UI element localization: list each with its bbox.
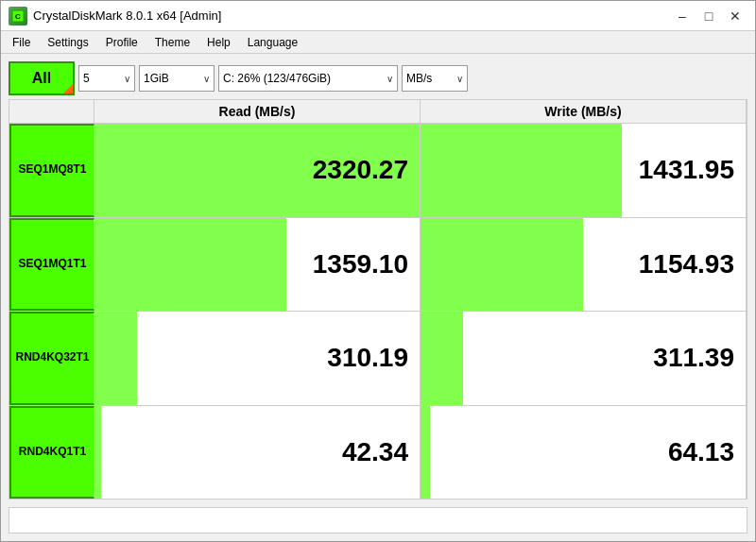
menu-help[interactable]: Help — [199, 34, 238, 51]
all-button[interactable]: All — [9, 61, 75, 95]
row-label-1: SEQ1M Q1T1 — [9, 218, 94, 312]
write-header: Write (MB/s) — [421, 100, 747, 123]
menu-bar: File Settings Profile Theme Help Languag… — [1, 31, 755, 54]
maximize-button[interactable]: □ — [696, 6, 721, 26]
write-cell-1: 1154.93 — [421, 218, 747, 312]
app-icon: C — [9, 7, 27, 25]
unit-dropdown[interactable]: MB/s ∨ — [402, 65, 468, 92]
read-cell-2: 310.19 — [94, 312, 421, 405]
menu-settings[interactable]: Settings — [40, 34, 95, 51]
menu-theme[interactable]: Theme — [147, 34, 198, 51]
svg-text:C: C — [15, 12, 21, 21]
runs-value: 5 — [83, 72, 90, 85]
read-value-0: 2320.27 — [313, 155, 408, 185]
main-window: C CrystalDiskMark 8.0.1 x64 [Admin] – □ … — [0, 0, 756, 542]
write-value-0: 1431.95 — [639, 155, 734, 185]
write-cell-0: 1431.95 — [421, 124, 747, 217]
write-bar-3 — [421, 406, 430, 500]
controls-row: All 5 ∨ 1GiB ∨ C: 26% (123/476GiB) ∨ MB/… — [9, 61, 747, 95]
read-cell-0: 2320.27 — [94, 124, 421, 217]
read-bar-1 — [94, 218, 286, 312]
table-row: SEQ1M Q1T1 1359.10 1154.93 — [9, 218, 747, 313]
runs-dropdown[interactable]: 5 ∨ — [78, 65, 135, 92]
title-bar: C CrystalDiskMark 8.0.1 x64 [Admin] – □ … — [1, 1, 755, 31]
runs-arrow: ∨ — [124, 74, 130, 84]
main-content: All 5 ∨ 1GiB ∨ C: 26% (123/476GiB) ∨ MB/… — [1, 54, 755, 541]
read-cell-3: 42.34 — [94, 406, 421, 500]
read-value-1: 1359.10 — [313, 249, 408, 279]
window-title: CrystalDiskMark 8.0.1 x64 [Admin] — [33, 8, 221, 23]
read-value-3: 42.34 — [342, 437, 408, 467]
menu-profile[interactable]: Profile — [98, 34, 146, 51]
read-bar-3 — [94, 406, 101, 500]
close-button[interactable]: ✕ — [723, 6, 747, 26]
write-bar-1 — [421, 218, 583, 312]
row-label-3: RND4K Q1T1 — [9, 406, 94, 500]
write-value-2: 311.39 — [653, 343, 734, 373]
write-cell-3: 64.13 — [421, 406, 747, 500]
write-cell-2: 311.39 — [421, 312, 747, 405]
write-bar-2 — [421, 312, 463, 405]
write-bar-0 — [421, 124, 622, 217]
size-dropdown[interactable]: 1GiB ∨ — [139, 65, 215, 92]
size-value: 1GiB — [144, 72, 169, 85]
row-label-2: RND4K Q32T1 — [9, 312, 94, 405]
row-label-0: SEQ1M Q8T1 — [9, 124, 94, 217]
drive-value: C: 26% (123/476GiB) — [223, 72, 331, 85]
read-bar-2 — [94, 312, 137, 405]
drive-arrow: ∨ — [387, 74, 393, 84]
minimize-button[interactable]: – — [670, 6, 695, 26]
write-value-1: 1154.93 — [639, 249, 734, 279]
size-arrow: ∨ — [203, 74, 210, 84]
table-header: Read (MB/s) Write (MB/s) — [9, 100, 747, 124]
table-row: RND4K Q1T1 42.34 64.13 — [9, 406, 747, 500]
read-header: Read (MB/s) — [94, 100, 421, 123]
read-cell-1: 1359.10 — [94, 218, 421, 312]
menu-file[interactable]: File — [5, 34, 38, 51]
status-bar — [9, 507, 747, 534]
unit-arrow: ∨ — [456, 74, 463, 84]
read-value-2: 310.19 — [327, 343, 408, 373]
results-table: Read (MB/s) Write (MB/s) SEQ1M Q8T1 2320… — [9, 99, 747, 500]
drive-dropdown[interactable]: C: 26% (123/476GiB) ∨ — [218, 65, 398, 92]
table-row: SEQ1M Q8T1 2320.27 1431.95 — [9, 124, 747, 218]
table-row: RND4K Q32T1 310.19 311.39 — [9, 312, 747, 406]
menu-language[interactable]: Language — [240, 34, 305, 51]
unit-value: MB/s — [406, 72, 432, 85]
write-value-3: 64.13 — [668, 437, 734, 467]
